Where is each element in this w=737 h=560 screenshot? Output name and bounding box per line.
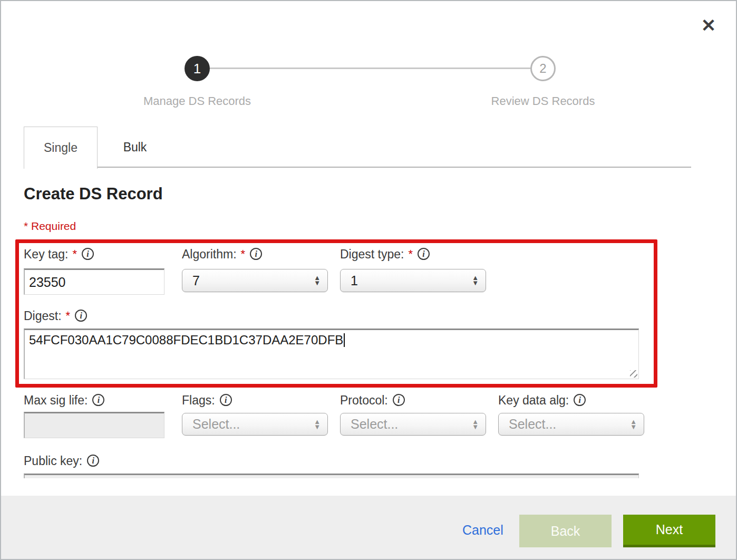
create-ds-record-dialog: ✕ 1 2 Manage DS Records Review DS Record… xyxy=(0,0,737,560)
required-asterisk: * xyxy=(241,247,246,260)
select-arrows-icon: ▲▼ xyxy=(630,419,637,430)
flags-label-text: Flags: xyxy=(182,393,215,408)
digest-value: 54FCF030AA1C79C0088FDEC1BD1C37DAA2E70DFB xyxy=(29,333,343,347)
text-caret xyxy=(344,333,345,347)
info-icon[interactable]: i xyxy=(92,394,104,406)
algorithm-select-value: 7 xyxy=(182,273,314,288)
key-data-alg-label: Key data alg: i xyxy=(498,393,586,408)
digest-type-select[interactable]: 1 ▲▼ xyxy=(340,269,486,292)
step-1-circle: 1 xyxy=(185,56,210,81)
flags-label: Flags: i xyxy=(182,393,232,408)
close-icon[interactable]: ✕ xyxy=(698,15,719,36)
select-arrows-icon: ▲▼ xyxy=(472,275,479,286)
resize-grip-icon[interactable] xyxy=(630,370,637,378)
next-button[interactable]: Next xyxy=(623,515,715,547)
public-key-textarea[interactable] xyxy=(24,474,639,478)
select-arrows-icon: ▲▼ xyxy=(472,419,479,430)
flags-select[interactable]: Select... ▲▼ xyxy=(182,413,328,436)
key-data-alg-label-text: Key data alg: xyxy=(498,393,569,408)
key-tag-label: Key tag: * i xyxy=(24,247,94,262)
info-icon[interactable]: i xyxy=(418,248,430,260)
public-key-label: Public key: i xyxy=(24,454,99,468)
public-key-label-text: Public key: xyxy=(24,454,82,468)
info-icon[interactable]: i xyxy=(574,394,586,406)
step-2-label: Review DS Records xyxy=(459,94,627,108)
digest-label: Digest: * i xyxy=(24,309,87,323)
key-tag-input[interactable] xyxy=(24,268,164,295)
digest-label-text: Digest: xyxy=(24,309,62,323)
stepper-connector-line xyxy=(210,67,531,69)
cancel-link[interactable]: Cancel xyxy=(462,523,503,538)
key-tag-label-text: Key tag: xyxy=(24,247,68,262)
select-arrows-icon: ▲▼ xyxy=(314,419,321,430)
digest-type-label-text: Digest type: xyxy=(340,247,404,262)
select-arrows-icon: ▲▼ xyxy=(314,275,321,286)
info-icon[interactable]: i xyxy=(393,394,405,406)
required-asterisk: * xyxy=(66,309,71,322)
back-button[interactable]: Back xyxy=(519,515,612,547)
max-sig-life-input[interactable] xyxy=(24,412,164,438)
digest-type-select-value: 1 xyxy=(341,273,472,288)
step-2-circle: 2 xyxy=(530,56,556,81)
algorithm-label: Algorithm: * i xyxy=(182,247,262,262)
required-note: * Required xyxy=(24,220,76,233)
digest-textarea[interactable]: 54FCF030AA1C79C0088FDEC1BD1C37DAA2E70DFB xyxy=(24,329,639,379)
algorithm-select[interactable]: 7 ▲▼ xyxy=(182,269,328,292)
algorithm-label-text: Algorithm: xyxy=(182,247,237,262)
required-asterisk: * xyxy=(72,247,77,260)
protocol-label: Protocol: i xyxy=(340,393,405,408)
info-icon[interactable]: i xyxy=(87,455,99,467)
digest-type-label: Digest type: * i xyxy=(340,247,430,262)
key-data-alg-select[interactable]: Select... ▲▼ xyxy=(498,413,644,436)
key-data-alg-select-value: Select... xyxy=(499,417,630,432)
info-icon[interactable]: i xyxy=(75,310,87,322)
flags-select-value: Select... xyxy=(182,417,314,432)
page-title: Create DS Record xyxy=(24,185,163,204)
protocol-select[interactable]: Select... ▲▼ xyxy=(340,413,486,436)
step-1-label: Manage DS Records xyxy=(113,94,282,108)
tab-single[interactable]: Single xyxy=(24,127,98,169)
required-asterisk: * xyxy=(408,247,413,260)
tab-bulk[interactable]: Bulk xyxy=(98,127,172,168)
protocol-select-value: Select... xyxy=(341,417,472,432)
info-icon[interactable]: i xyxy=(250,248,262,260)
info-icon[interactable]: i xyxy=(82,248,94,260)
info-icon[interactable]: i xyxy=(220,394,232,406)
max-sig-life-label-text: Max sig life: xyxy=(24,393,88,408)
max-sig-life-label: Max sig life: i xyxy=(24,393,104,408)
protocol-label-text: Protocol: xyxy=(340,393,388,408)
